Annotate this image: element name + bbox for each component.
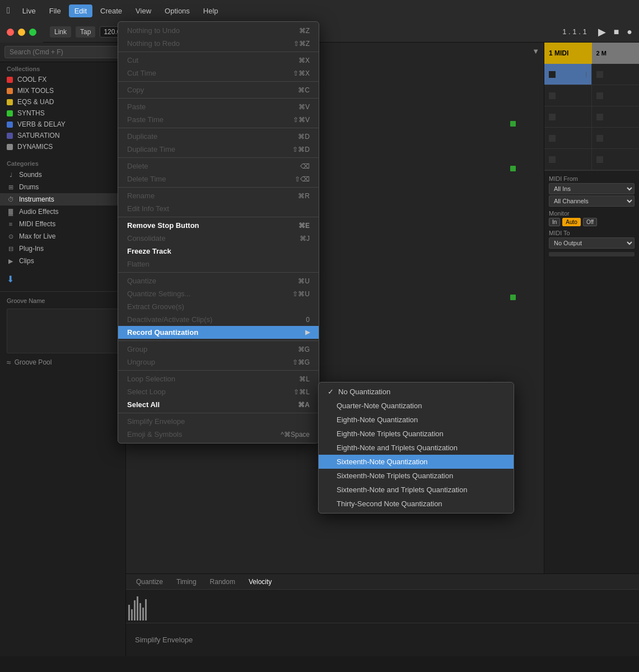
sidebar-collection-item[interactable]: VERB & DELAY xyxy=(0,119,125,130)
sidebar-item-audio-effects[interactable]: ▓ Audio Effects xyxy=(0,206,125,218)
menu-item-consolidate[interactable]: Consolidate ⌘J xyxy=(118,232,319,245)
close-button[interactable] xyxy=(7,29,14,36)
menu-item-quantize-settings[interactable]: Quantize Settings... ⇧⌘U xyxy=(118,287,319,300)
monitor-off-button[interactable]: Off xyxy=(583,218,597,226)
menu-item-select-all[interactable]: Select All ⌘A xyxy=(118,398,319,411)
menu-item-extract-groove[interactable]: Extract Groove(s) xyxy=(118,300,319,313)
minimize-button[interactable] xyxy=(18,29,25,36)
submenu-item-eighth-note-and-triplets[interactable]: Eighth-Note and Triplets Quantization xyxy=(319,441,514,455)
stop-button[interactable]: ■ xyxy=(614,27,619,37)
tab-velocity[interactable]: Velocity xyxy=(243,576,277,587)
fullscreen-button[interactable] xyxy=(29,29,36,36)
menu-item-remove-stop-button[interactable]: Remove Stop Button ⌘E xyxy=(118,219,319,232)
sidebar-item-sounds[interactable]: ♩ Sounds xyxy=(0,169,125,181)
menu-item-paste[interactable]: Paste ⌘V xyxy=(118,100,319,113)
sidebar-item-max-for-live[interactable]: ⊙ Max for Live xyxy=(0,230,125,242)
menu-item-delete[interactable]: Delete ⌫ xyxy=(118,160,319,172)
clip-slot-3-1[interactable] xyxy=(544,106,592,128)
menu-item-ungroup[interactable]: Ungroup ⇧⌘G xyxy=(118,356,319,368)
clip-slot-5-2[interactable] xyxy=(592,149,639,170)
clip-slot-2-2[interactable] xyxy=(592,85,639,106)
menu-view[interactable]: View xyxy=(130,4,157,17)
menu-item-duplicate[interactable]: Duplicate ⌘D xyxy=(118,130,319,143)
submenu-item-thirty-second-note[interactable]: Thirty-Second Note Quantization xyxy=(319,497,514,511)
simplify-envelope-label: Simplify Envelope xyxy=(135,636,193,644)
sidebar-item-instruments[interactable]: ⏱ Instruments xyxy=(0,193,125,206)
menu-item-loop-selection[interactable]: Loop Selection ⌘L xyxy=(118,372,319,385)
menu-item-quantize[interactable]: Quantize ⌘U xyxy=(118,274,319,287)
sidebar-collection-item[interactable]: SYNTHS xyxy=(0,108,125,119)
sidebar-collection-item[interactable]: EQS & UAD xyxy=(0,96,125,108)
edit-menu[interactable]: Nothing to Undo ⌘Z Nothing to Redo ⇧⌘Z C… xyxy=(118,21,319,444)
clip-slot-4-2[interactable] xyxy=(592,128,639,149)
midi-to-row: MIDI To No Output xyxy=(549,230,635,249)
midi-from-channel-select[interactable]: All Channels xyxy=(549,195,635,207)
menu-item-flatten[interactable]: Flatten xyxy=(118,258,319,270)
play-button[interactable]: ▶ xyxy=(598,26,606,38)
menu-item-delete-time[interactable]: Delete Time ⇧⌫ xyxy=(118,172,319,185)
sidebar-item-plugins[interactable]: ⊟ Plug-Ins xyxy=(0,242,125,255)
menu-options[interactable]: Options xyxy=(159,4,195,17)
sidebar-collection-item[interactable]: MIX TOOLS xyxy=(0,85,125,96)
search-input[interactable] xyxy=(4,46,121,58)
submenu-item-no-quantization[interactable]: No Quantization xyxy=(319,385,514,399)
menu-live[interactable]: Live xyxy=(17,4,41,17)
link-button[interactable]: Link xyxy=(50,26,71,38)
groove-pool-row[interactable]: ≈ Groove Pool xyxy=(4,356,121,369)
menu-file[interactable]: File xyxy=(44,4,67,17)
menu-divider xyxy=(118,128,319,128)
tap-button[interactable]: Tap xyxy=(76,26,95,38)
menu-item-cut-time[interactable]: Cut Time ⇧⌘X xyxy=(118,67,319,80)
clip-slot-4-1[interactable] xyxy=(544,128,592,149)
menu-item-copy[interactable]: Copy ⌘C xyxy=(118,83,319,96)
sidebar-collection-item[interactable]: SATURATION xyxy=(0,130,125,141)
record-button[interactable]: ● xyxy=(627,27,632,37)
sidebar-item-clips[interactable]: ▶ Clips xyxy=(0,255,125,267)
clip-slot-1-2[interactable] xyxy=(592,64,639,85)
clip-slot-3-2[interactable] xyxy=(592,106,639,128)
menu-item-nothing-undo[interactable]: Nothing to Undo ⌘Z xyxy=(118,24,319,37)
menu-item-paste-time[interactable]: Paste Time ⇧⌘V xyxy=(118,113,319,126)
submenu-item-eighth-note[interactable]: Eighth-Note Quantization xyxy=(319,413,514,427)
menu-item-record-quantization[interactable]: Record Quantization ▶ xyxy=(118,326,319,339)
collections-label: Collections xyxy=(0,62,125,74)
dropdown-arrow-icon[interactable]: ▼ xyxy=(532,47,539,55)
menu-item-duplicate-time[interactable]: Duplicate Time ⇧⌘D xyxy=(118,143,319,156)
menu-item-deactivate-clips[interactable]: Deactivate/Activate Clip(s) 0 xyxy=(118,313,319,326)
submenu-item-sixteenth-note-triplets[interactable]: Sixteenth-Note Triplets Quantization xyxy=(319,469,514,483)
menu-item-emoji-symbols[interactable]: Emoji & Symbols ^⌘Space xyxy=(118,428,319,441)
sidebar-item-drums[interactable]: ⊞ Drums xyxy=(0,181,125,193)
menu-edit[interactable]: Edit xyxy=(69,4,92,17)
menu-item-freeze-track[interactable]: Freeze Track xyxy=(118,245,319,258)
submenu-item-sixteenth-note-and-triplets[interactable]: Sixteenth-Note and Triplets Quantization xyxy=(319,483,514,497)
clip-slot-1-1[interactable]: | xyxy=(544,64,592,85)
collection-dot-synths xyxy=(7,110,13,116)
monitor-in-button[interactable]: In xyxy=(549,218,560,226)
midi-to-dest-select[interactable]: No Output xyxy=(549,237,635,249)
tab-timing[interactable]: Timing xyxy=(171,576,202,587)
menu-item-simplify-envelope[interactable]: Simplify Envelope xyxy=(118,415,319,428)
menu-item-nothing-redo[interactable]: Nothing to Redo ⇧⌘Z xyxy=(118,37,319,50)
submenu-item-quarter-note[interactable]: Quarter-Note Quantization xyxy=(319,399,514,413)
record-quantization-submenu[interactable]: No Quantization Quarter-Note Quantizatio… xyxy=(318,382,514,514)
tab-quantize[interactable]: Quantize xyxy=(130,576,169,587)
submenu-item-eighth-note-triplets[interactable]: Eighth-Note Triplets Quantization xyxy=(319,427,514,441)
clip-slot-5-1[interactable] xyxy=(544,149,592,170)
menu-item-group[interactable]: Group ⌘G xyxy=(118,343,319,356)
apple-icon[interactable]:  xyxy=(7,6,10,16)
tab-random[interactable]: Random xyxy=(204,576,241,587)
menu-create[interactable]: Create xyxy=(95,4,128,17)
monitor-auto-button[interactable]: Auto xyxy=(562,218,581,226)
sidebar-collection-item[interactable]: DYNAMICS xyxy=(0,141,125,152)
menu-item-edit-info-text[interactable]: Edit Info Text xyxy=(118,202,319,215)
clip-slot-2-1[interactable] xyxy=(544,85,592,106)
menu-item-select-loop[interactable]: Select Loop ⇧⌘L xyxy=(118,385,319,398)
midi-from-source-select[interactable]: All Ins xyxy=(549,183,635,194)
sidebar-collection-item[interactable]: COOL FX xyxy=(0,74,125,85)
live-browser-button[interactable]: ⬇ xyxy=(7,274,14,284)
sidebar-item-midi-effects[interactable]: ≡ MIDI Effects xyxy=(0,218,125,230)
submenu-item-sixteenth-note[interactable]: Sixteenth-Note Quantization xyxy=(319,455,514,469)
menu-help[interactable]: Help xyxy=(198,4,224,17)
menu-item-rename[interactable]: Rename ⌘R xyxy=(118,189,319,202)
menu-item-cut[interactable]: Cut ⌘X xyxy=(118,54,319,67)
